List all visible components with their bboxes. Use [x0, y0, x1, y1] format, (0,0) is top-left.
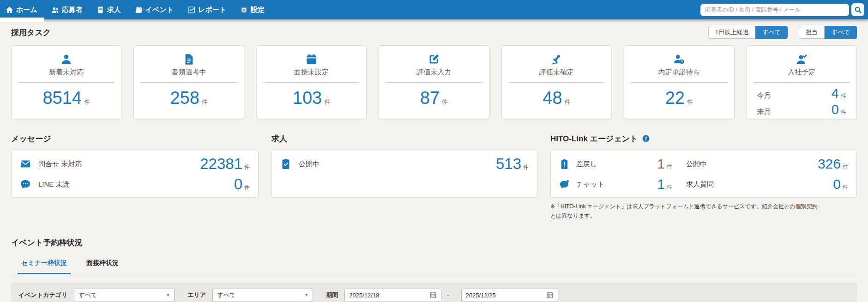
task-card-label: 新着未対応: [12, 68, 121, 77]
page-title: 採用タスク: [11, 27, 51, 38]
stat-count: 513: [496, 155, 521, 173]
agent-published-row[interactable]: 公開中 326件: [686, 156, 848, 172]
event-tabs: セミナー枠状況 面接枠状況: [11, 257, 857, 274]
filter-all-button[interactable]: すべて: [755, 26, 788, 39]
task-card-eval-unconfirmed[interactable]: 評価未確定 48件: [501, 45, 612, 119]
task-card-count: 8514: [42, 88, 82, 108]
stat-count: 326: [818, 156, 841, 172]
task-card-row: 新着未対応 8514件 書類選考中 258件 面接未設定 103件 評価未入力 …: [11, 45, 857, 119]
stat-count: 1: [657, 176, 665, 192]
line-unread-row[interactable]: LINE 未読 0件: [20, 174, 250, 194]
date-from-value: 2025/12/18: [349, 292, 379, 299]
calendar-icon: [305, 53, 318, 66]
area-select[interactable]: すべて ▼: [212, 289, 313, 302]
agent-chat-row[interactable]: チャット 1件: [559, 176, 672, 192]
tab-interview-slots[interactable]: 面接枠状況: [83, 257, 122, 274]
nav-item-settings[interactable]: 設定: [233, 0, 271, 19]
stat-count: 0: [833, 176, 841, 192]
task-card-unit: 件: [442, 98, 448, 106]
search-button[interactable]: [851, 3, 864, 16]
schedule-row-label: 来月: [757, 108, 771, 116]
task-card-label: 書類選考中: [134, 68, 243, 77]
schedule-row-unit: 件: [841, 92, 846, 100]
stat-unit: 件: [244, 163, 250, 171]
stat-label: 差戻し: [576, 160, 597, 169]
nav-item-reports[interactable]: レポート: [181, 0, 233, 19]
task-card-label: 評価未入力: [379, 68, 488, 77]
stat-label: 問合せ 未対応: [38, 160, 82, 169]
chevron-down-icon: ▼: [166, 293, 170, 297]
task-card-joining-schedule[interactable]: 入社予定 今月 4 件 来月 0 件: [747, 45, 857, 119]
calendar-icon: [135, 6, 143, 14]
person-icon: [60, 53, 72, 66]
date-range-separator: -: [447, 292, 449, 299]
task-card-interview-unset[interactable]: 面接未設定 103件: [256, 45, 367, 119]
clipboard-check-icon: [280, 158, 291, 169]
chat-badge-icon: [559, 179, 570, 190]
schedule-row-unit: 件: [841, 109, 846, 116]
schedule-row-next-month: 来月 0 件: [749, 102, 855, 118]
task-card-screening[interactable]: 書類選考中 258件: [133, 45, 244, 119]
search-input[interactable]: [700, 4, 849, 16]
filter-elapsed-button[interactable]: 1日以上経過: [708, 26, 755, 39]
date-from-input[interactable]: 2025/12/18: [344, 289, 441, 302]
schedule-row-count: 4: [832, 86, 839, 101]
agent-returned-row[interactable]: 差戻し 1件: [559, 156, 672, 172]
task-card-eval-uninput[interactable]: 評価未入力 87件: [379, 45, 489, 119]
help-icon[interactable]: [642, 134, 650, 143]
assignee-filter-toggle: 担当 すべて: [799, 26, 857, 39]
stat-unit: 件: [843, 183, 848, 191]
nav-item-home[interactable]: ホーム: [0, 0, 44, 19]
nav-item-label: イベント: [145, 6, 174, 14]
category-select[interactable]: すべて ▼: [74, 289, 175, 302]
event-filter-bar: イベントカテゴリ すべて ▼ エリア すべて ▼ 期間 2025/12/18 -…: [11, 283, 857, 302]
task-card-new-unhandled[interactable]: 新着未対応 8514件: [11, 45, 121, 119]
agent-note: ※「HITO-Link エージェント」は求人プラットフォームと連携できるサービス…: [550, 202, 820, 221]
category-select-value: すべて: [78, 291, 97, 299]
chart-icon: [187, 6, 195, 14]
task-card-label: 面接未設定: [257, 68, 366, 77]
users-icon: [51, 6, 59, 14]
stat-unit: 件: [667, 163, 672, 171]
jobs-card: 公開中 513件: [271, 150, 537, 198]
task-card-offer-pending[interactable]: 内定承諾待ち 22件: [624, 45, 734, 119]
stat-count: 0: [234, 175, 242, 193]
notebook-icon: [96, 6, 104, 14]
stat-count: 22381: [200, 155, 242, 173]
nav-item-label: レポート: [198, 6, 226, 14]
calendar-icon[interactable]: [429, 291, 437, 299]
person-clock-icon: [673, 53, 685, 66]
nav-item-jobs[interactable]: 求人: [90, 0, 128, 19]
task-card-count: 103: [293, 88, 322, 108]
agent-job-question-row[interactable]: 求人質問 0件: [686, 176, 848, 192]
filter-assignee-button[interactable]: 担当: [799, 26, 825, 39]
tab-seminar-slots[interactable]: セミナー枠状況: [18, 257, 71, 274]
nav-item-label: 求人: [107, 6, 121, 14]
period-filter-label: 期間: [326, 291, 338, 299]
task-card-count: 48: [542, 88, 562, 108]
date-to-value: 2025/12/25: [466, 292, 496, 299]
task-card-count: 22: [665, 88, 685, 108]
agent-section-title: HITO-Link エージェント: [550, 133, 638, 144]
chevron-down-icon: ▼: [304, 293, 308, 297]
home-icon: [6, 6, 13, 14]
stat-unit: 件: [523, 163, 529, 171]
clipboard-alert-icon: [559, 159, 570, 169]
nav-item-events[interactable]: イベント: [128, 0, 181, 19]
task-card-count: 87: [420, 88, 440, 108]
stat-unit: 件: [244, 184, 250, 192]
date-to-input[interactable]: 2025/12/25: [461, 289, 558, 302]
filter-all-button[interactable]: すべて: [825, 26, 857, 39]
elapsed-filter-toggle: 1日以上経過 すべて: [708, 26, 788, 39]
task-card-label: 評価未確定: [502, 68, 611, 77]
task-card-label: 内定承諾待ち: [624, 68, 734, 77]
jobs-published-row[interactable]: 公開中 513件: [280, 154, 529, 174]
calendar-icon[interactable]: [546, 291, 554, 299]
nav-item-applicants[interactable]: 応募者: [44, 0, 90, 19]
task-card-unit: 件: [84, 98, 90, 106]
inquiry-unhandled-row[interactable]: 問合せ 未対応 22381件: [20, 154, 250, 174]
schedule-row-label: 今月: [757, 91, 771, 100]
stat-label: 公開中: [686, 160, 707, 169]
messages-card: 問合せ 未対応 22381件 LINE 未読 0件: [11, 150, 259, 198]
nav-item-label: ホーム: [16, 6, 37, 14]
